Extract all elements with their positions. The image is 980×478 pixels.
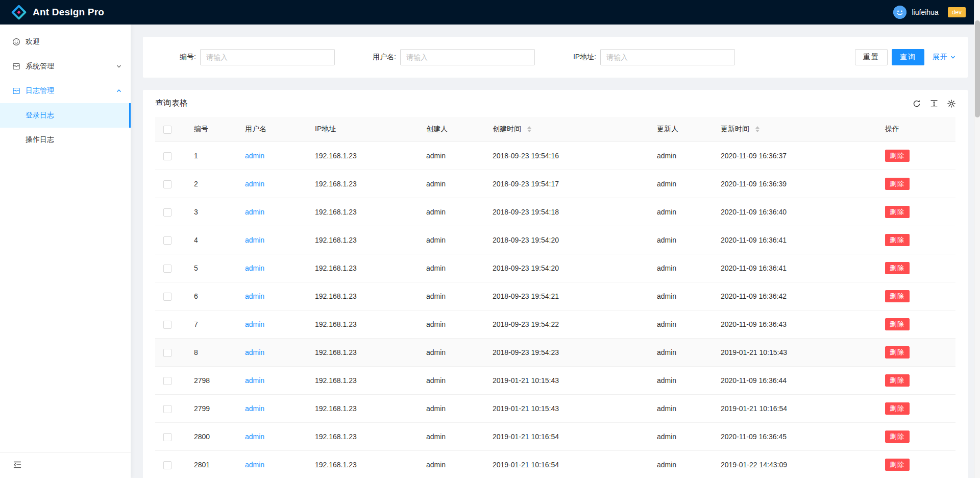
delete-button[interactable]: 删除 (885, 374, 910, 387)
cell-ip: 192.168.1.23 (307, 142, 418, 170)
sidebar-item-system-management[interactable]: 系统管理 (0, 54, 131, 79)
sort-caret-icon[interactable] (527, 126, 531, 132)
row-checkbox[interactable] (163, 293, 172, 301)
cell-updater: admin (649, 339, 713, 367)
chevron-down-icon (950, 55, 955, 60)
cell-updater: admin (649, 451, 713, 478)
app-title: Ant Design Pro (33, 7, 104, 18)
cell-username: admin (237, 282, 307, 310)
sidebar-item-login-log[interactable]: 登录日志 (0, 103, 131, 128)
username-link[interactable]: admin (245, 264, 264, 272)
delete-button[interactable]: 删除 (885, 234, 910, 246)
username-input[interactable] (400, 49, 535, 65)
delete-button[interactable]: 删除 (885, 206, 910, 218)
cell-creator: admin (418, 423, 484, 451)
row-checkbox[interactable] (163, 377, 172, 385)
sidebar-item-welcome[interactable]: 欢迎 (0, 30, 131, 54)
expand-label: 展开 (933, 53, 948, 62)
row-checkbox-cell (155, 142, 186, 170)
username-link[interactable]: admin (245, 236, 264, 244)
cell-actions: 删除 (877, 395, 955, 423)
username-link[interactable]: admin (245, 180, 264, 188)
delete-button[interactable]: 删除 (885, 459, 910, 471)
cell-ip: 192.168.1.23 (307, 198, 418, 226)
table-row: 3admin192.168.1.23admin2018-09-23 19:54:… (155, 198, 955, 226)
cell-updated-at: 2020-11-09 16:36:43 (713, 310, 877, 339)
sidebar-item-label: 操作日志 (26, 135, 54, 145)
username-link[interactable]: admin (245, 208, 264, 216)
col-header-updater: 更新人 (649, 117, 713, 142)
scrollbar-track[interactable] (974, 0, 980, 478)
cell-username: admin (237, 339, 307, 367)
username-link[interactable]: admin (245, 404, 264, 413)
cell-updated-at: 2020-11-09 16:36:42 (713, 282, 877, 310)
row-checkbox[interactable] (163, 152, 172, 160)
row-checkbox[interactable] (163, 265, 172, 273)
row-checkbox[interactable] (163, 180, 172, 188)
username-link[interactable]: admin (245, 292, 264, 300)
username[interactable]: liufeihua (912, 8, 938, 16)
username-link[interactable]: admin (245, 376, 264, 385)
cell-actions: 删除 (877, 254, 955, 282)
cell-updater: admin (649, 423, 713, 451)
expand-link[interactable]: 展开 (933, 53, 955, 62)
delete-button[interactable]: 删除 (885, 262, 910, 274)
row-checkbox[interactable] (163, 349, 172, 357)
sidebar-footer (0, 452, 131, 478)
col-header-username: 用户名 (237, 117, 307, 142)
smile-icon (12, 38, 20, 46)
username-link[interactable]: admin (245, 461, 264, 469)
delete-button[interactable]: 删除 (885, 290, 910, 302)
menu-fold-icon[interactable] (13, 461, 21, 469)
sidebar-item-operation-log[interactable]: 操作日志 (0, 128, 131, 152)
row-checkbox[interactable] (163, 405, 172, 413)
row-checkbox[interactable] (163, 321, 172, 329)
sidebar-item-label: 登录日志 (26, 111, 54, 120)
column-height-icon[interactable] (930, 100, 938, 108)
cell-updater: admin (649, 254, 713, 282)
delete-button[interactable]: 删除 (885, 402, 910, 415)
select-all-checkbox[interactable] (163, 126, 172, 134)
settings-gear-icon[interactable] (947, 100, 955, 108)
ip-input[interactable] (600, 49, 735, 65)
cell-ip: 192.168.1.23 (307, 423, 418, 451)
col-header-updated-at[interactable]: 更新时间 (713, 117, 877, 142)
reset-button[interactable]: 重置 (855, 49, 888, 65)
cell-creator: admin (418, 282, 484, 310)
row-checkbox[interactable] (163, 461, 172, 469)
cell-creator: admin (418, 339, 484, 367)
delete-button[interactable]: 删除 (885, 318, 910, 330)
delete-button[interactable]: 删除 (885, 431, 910, 443)
sort-caret-icon[interactable] (755, 126, 760, 132)
header: Ant Design Pro liufeihua dev (0, 0, 980, 25)
delete-button[interactable]: 删除 (885, 150, 910, 162)
delete-button[interactable]: 删除 (885, 178, 910, 190)
username-link[interactable]: admin (245, 320, 264, 328)
query-button[interactable]: 查询 (892, 49, 924, 65)
scrollbar-thumb[interactable] (975, 20, 980, 117)
col-header-select (155, 117, 186, 142)
id-input[interactable] (200, 49, 335, 65)
username-link[interactable]: admin (245, 152, 264, 160)
row-checkbox[interactable] (163, 433, 172, 441)
cell-updater: admin (649, 310, 713, 339)
username-link[interactable]: admin (245, 348, 264, 356)
brand[interactable]: Ant Design Pro (11, 5, 104, 20)
delete-button[interactable]: 删除 (885, 346, 910, 358)
sidebar-submenu-log: 日志管理 登录日志 操作日志 (0, 79, 131, 152)
cell-actions: 删除 (877, 198, 955, 226)
sidebar-item-log-management[interactable]: 日志管理 (0, 79, 131, 103)
row-checkbox[interactable] (163, 208, 172, 217)
row-checkbox[interactable] (163, 236, 172, 245)
cell-ip: 192.168.1.23 (307, 170, 418, 198)
field-ip: IP地址: (555, 49, 735, 65)
table-row: 1admin192.168.1.23admin2018-09-23 19:54:… (155, 142, 955, 170)
reload-icon[interactable] (913, 100, 921, 108)
user-avatar[interactable] (893, 6, 906, 19)
cell-ip: 192.168.1.23 (307, 451, 418, 478)
username-link[interactable]: admin (245, 433, 264, 441)
col-header-created-at[interactable]: 创建时间 (484, 117, 649, 142)
layout: 欢迎 系统管理 (0, 25, 980, 478)
cell-id: 2 (186, 170, 237, 198)
cell-id: 2798 (186, 367, 237, 395)
